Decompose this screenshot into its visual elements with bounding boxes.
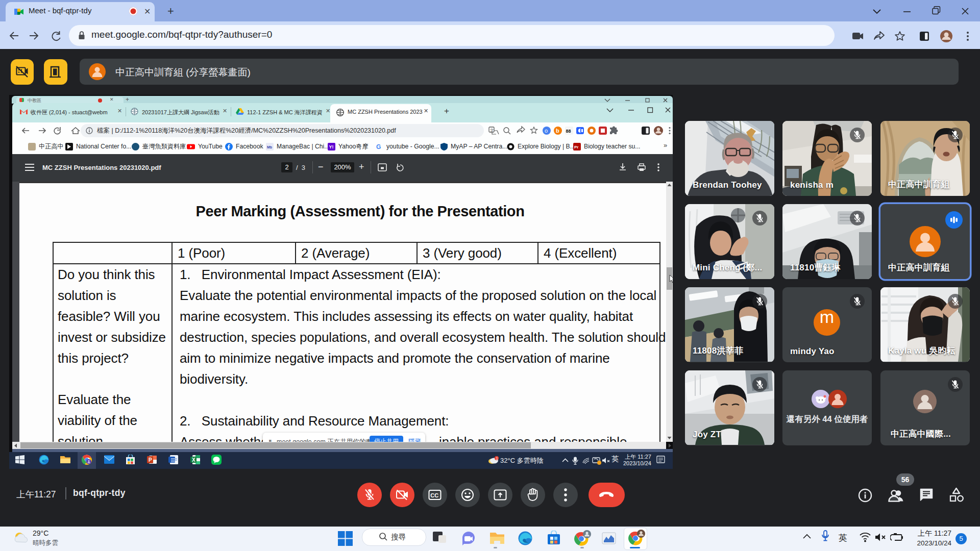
svg-text:88: 88 <box>566 129 571 134</box>
svg-text:Y!: Y! <box>329 144 334 149</box>
svg-text:Mb: Mb <box>267 145 272 148</box>
svg-text:G: G <box>376 143 381 151</box>
svg-text:P: P <box>149 457 152 463</box>
svg-text:文: 文 <box>490 128 494 133</box>
svg-text:o: o <box>545 128 548 134</box>
svg-text:CC: CC <box>430 492 438 498</box>
svg-text:Pr: Pr <box>574 145 578 149</box>
svg-text:X: X <box>192 457 195 463</box>
svg-text:1: 1 <box>496 457 498 460</box>
svg-text:b: b <box>556 128 559 134</box>
